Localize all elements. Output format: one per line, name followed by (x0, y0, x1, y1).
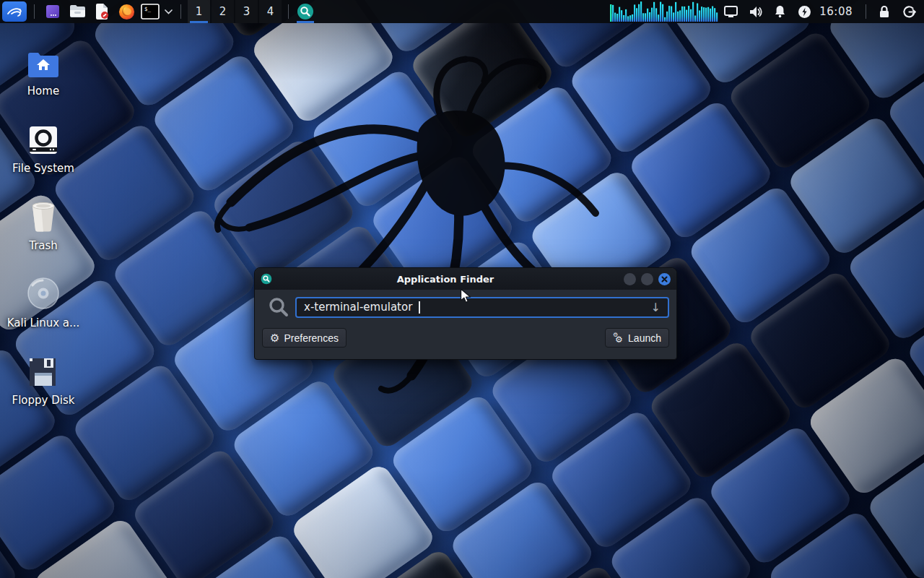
firefox-icon (118, 4, 135, 20)
clock[interactable]: 16:08 (816, 5, 860, 18)
run-gears-icon: ⚙⚙ (613, 332, 624, 343)
kali-logo-icon (6, 3, 23, 20)
cpu-graph-icon[interactable] (610, 0, 718, 23)
preferences-button[interactable]: ⚙ Preferences (262, 328, 346, 348)
terminal-dropdown[interactable] (162, 0, 175, 23)
panel-separator (180, 4, 181, 19)
window-titlebar[interactable]: Application Finder (255, 268, 676, 290)
window-title: Application Finder (272, 274, 619, 285)
desktop-icon-label: File System (12, 162, 74, 175)
chevron-down-icon (165, 9, 173, 14)
desktop-icon-label: Home (27, 85, 59, 98)
app-finder-window-icon (261, 273, 272, 285)
close-button[interactable] (658, 273, 671, 285)
workspace-2-label: 2 (219, 5, 227, 18)
file-system-drive-icon (28, 119, 58, 155)
maximize-button[interactable] (641, 273, 653, 285)
document-icon (95, 4, 109, 20)
text-caret (419, 301, 420, 314)
launcher-xfdashboard[interactable] (40, 0, 65, 23)
top-panel: $_ 1 2 3 4 (0, 0, 924, 23)
desktop-icon-label: Floppy Disk (12, 394, 75, 407)
workspace-3[interactable]: 3 (235, 0, 258, 23)
desktop-icon-label: Trash (29, 239, 58, 252)
terminal-glyph: $_ (144, 6, 152, 12)
panel-separator (866, 4, 866, 19)
trash-can-icon (28, 197, 58, 233)
application-finder-window: Application Finder x-terminal-emulator ↓ (254, 267, 677, 360)
gear-icon: ⚙ (270, 332, 279, 343)
dropdown-arrow-icon[interactable]: ↓ (651, 301, 661, 314)
launcher-firefox[interactable] (114, 0, 139, 23)
notifications-bell-icon[interactable] (767, 0, 792, 23)
launch-button[interactable]: ⚙⚙ Launch (605, 328, 669, 348)
workspace-2[interactable]: 2 (212, 0, 234, 23)
panel-separator (34, 4, 35, 19)
workspace-4[interactable]: 4 (259, 0, 282, 23)
launch-label: Launch (628, 332, 661, 344)
terminal-icon: $_ (141, 4, 160, 20)
launcher-text-editor[interactable] (90, 0, 114, 23)
search-row: x-terminal-emulator ↓ (262, 296, 669, 319)
desktop-icon-label: Kali Linux a... (7, 316, 80, 329)
cd-disc-icon (27, 274, 60, 310)
search-input[interactable]: x-terminal-emulator ↓ (295, 297, 669, 318)
window-icon (45, 4, 61, 20)
volume-icon[interactable] (743, 0, 767, 23)
desktop-icon-home[interactable]: Home (10, 39, 77, 116)
desktop-icon-floppy-disk[interactable]: Floppy Disk (10, 348, 77, 426)
home-folder-icon (27, 42, 60, 78)
preferences-label: Preferences (284, 332, 338, 344)
minimize-button[interactable] (624, 273, 636, 285)
workspace-4-label: 4 (267, 5, 274, 18)
close-icon (661, 276, 668, 282)
search-input-value: x-terminal-emulator (304, 301, 412, 314)
workspace-3-label: 3 (243, 5, 250, 18)
desktop-icon-trash[interactable]: Trash (10, 194, 77, 271)
floppy-disk-icon (28, 351, 58, 387)
logout-icon[interactable] (897, 0, 921, 23)
launcher-file-manager[interactable] (65, 0, 90, 23)
power-manager-icon[interactable] (792, 0, 816, 23)
desktop-icon-kali-linux-cd[interactable]: Kali Linux a... (10, 271, 77, 348)
button-row: ⚙ Preferences ⚙⚙ Launch (262, 328, 669, 348)
search-icon (262, 296, 295, 319)
dialog-body: x-terminal-emulator ↓ ⚙ Preferences ⚙⚙ L… (255, 290, 676, 348)
lock-icon[interactable] (872, 0, 897, 23)
desktop-icon-file-system[interactable]: File System (10, 116, 77, 194)
workspace-1[interactable]: 1 (188, 0, 210, 23)
panel-separator (288, 4, 289, 19)
launcher-terminal[interactable]: $_ (139, 0, 162, 23)
folder-icon (69, 4, 86, 19)
kali-menu-button[interactable] (2, 1, 27, 22)
desktop-icon-list: Home File System Trash (10, 39, 77, 426)
app-finder-task-icon (297, 3, 314, 20)
display-icon[interactable] (718, 0, 743, 23)
workspace-1-label: 1 (196, 5, 203, 18)
taskbar-application-finder[interactable] (295, 0, 316, 23)
